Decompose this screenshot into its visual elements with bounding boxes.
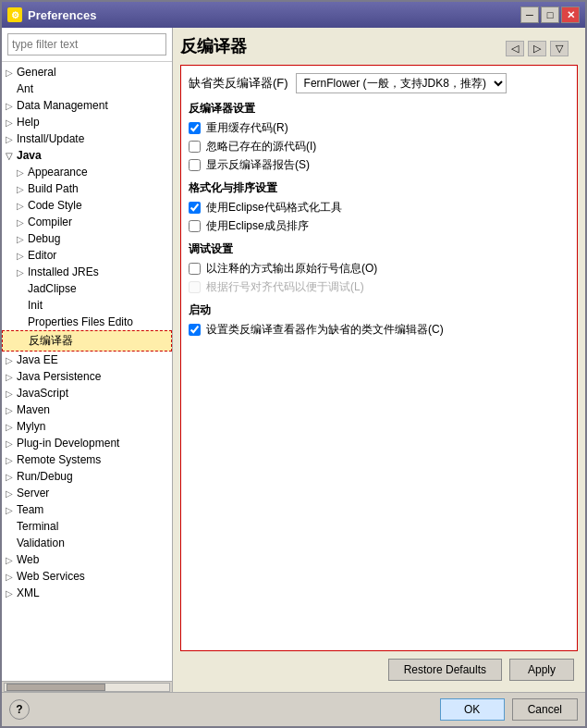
arrow-icon: ▷	[17, 217, 28, 228]
checkbox-line-info[interactable]	[189, 263, 201, 275]
checkbox-ignore-source[interactable]	[189, 141, 201, 153]
tree-item-xml[interactable]: ▷ XML	[2, 585, 172, 601]
tree-item-debug[interactable]: ▷ Debug	[2, 230, 172, 247]
tree-item-compiler[interactable]: ▷ Compiler	[2, 214, 172, 230]
tree-item-jadclipse[interactable]: JadClipse	[2, 280, 172, 297]
tree-label: Init	[28, 299, 43, 312]
checkbox-row-show-report: 显示反编译器报告(S)	[189, 157, 569, 173]
help-button[interactable]: ?	[9, 699, 30, 720]
right-panel: 反编译器 ◁ ▷ ▽ 缺省类反编译器(F) FernFlower (一般，支持J…	[173, 28, 585, 692]
tree-label: Terminal	[17, 520, 58, 533]
arrow-icon: ▷	[6, 455, 17, 465]
apply-button[interactable]: Apply	[509, 659, 574, 681]
tree-item-build-path[interactable]: ▷ Build Path	[2, 180, 172, 197]
arrow-icon: ▷	[6, 355, 17, 365]
ok-cancel-buttons: OK Cancel	[440, 698, 578, 721]
tree-item-data-management[interactable]: ▷ Data Management	[2, 97, 172, 114]
filter-input[interactable]	[7, 33, 166, 56]
checkbox-set-default-editor[interactable]	[189, 324, 201, 336]
arrow-icon: ▷	[6, 117, 17, 128]
tree-item-properties[interactable]: Properties Files Edito	[2, 314, 172, 330]
arrow-icon: ▷	[6, 588, 17, 598]
tree-item-maven[interactable]: ▷ Maven	[2, 401, 172, 418]
arrow-icon: ▽	[6, 151, 17, 161]
tree-label: Installed JREs	[28, 265, 99, 278]
tree-label: Data Management	[17, 99, 108, 112]
arrow-icon: ▷	[17, 167, 28, 178]
restore-defaults-button[interactable]: Restore Defaults	[388, 659, 502, 681]
tree-item-javascript[interactable]: ▷ JavaScript	[2, 385, 172, 401]
tree-label: Team	[17, 503, 43, 516]
tree-label: Mylyn	[17, 420, 45, 433]
checkbox-show-report[interactable]	[189, 159, 201, 171]
tree-item-install-update[interactable]: ▷ Install/Update	[2, 130, 172, 147]
tree-item-run-debug[interactable]: ▷ Run/Debug	[2, 468, 172, 485]
tree-item-code-style[interactable]: ▷ Code Style	[2, 197, 172, 214]
tree-item-java[interactable]: ▽ Java	[2, 147, 172, 164]
dialog-footer: ? OK Cancel	[2, 692, 585, 726]
checkbox-row-align-code: 根据行号对齐代码以便于调试(L)	[189, 279, 569, 295]
forward-button[interactable]: ▷	[528, 41, 546, 56]
checkbox-eclipse-format[interactable]	[189, 202, 201, 214]
tree-item-ant[interactable]: Ant	[2, 80, 172, 97]
dropdown-button[interactable]: ▽	[550, 41, 569, 56]
tree-item-mylyn[interactable]: ▷ Mylyn	[2, 418, 172, 435]
tree-label: Help	[17, 116, 40, 129]
tree-label: Java Persistence	[17, 370, 101, 383]
tree-item-java-persistence[interactable]: ▷ Java Persistence	[2, 368, 172, 385]
tree-item-help[interactable]: ▷ Help	[2, 114, 172, 130]
scrollbar-track[interactable]	[4, 683, 170, 692]
checkbox-eclipse-sort[interactable]	[189, 220, 201, 232]
close-button[interactable]: ✕	[561, 6, 580, 23]
tree-item-web[interactable]: ▷ Web	[2, 551, 172, 568]
scrollbar-thumb[interactable]	[6, 684, 105, 691]
checkbox-cache[interactable]	[189, 122, 201, 134]
arrow-icon: ▷	[6, 488, 17, 499]
tree-item-web-services[interactable]: ▷ Web Services	[2, 568, 172, 585]
ok-button[interactable]: OK	[440, 698, 505, 721]
section-decompiler-settings: 反编译器设置	[189, 101, 569, 117]
checkbox-label-align-code: 根据行号对齐代码以便于调试(L)	[206, 279, 364, 295]
checkbox-align-code[interactable]	[189, 281, 201, 293]
arrow-icon: ▷	[17, 184, 28, 194]
tree-item-server[interactable]: ▷ Server	[2, 485, 172, 501]
tree-item-validation[interactable]: Validation	[2, 535, 172, 551]
tree-item-java-ee[interactable]: ▷ Java EE	[2, 352, 172, 368]
tree-item-plugin-dev[interactable]: ▷ Plug-in Development	[2, 435, 172, 451]
arrow-icon: ▷	[6, 134, 17, 144]
tree-item-installed-jres[interactable]: ▷ Installed JREs	[2, 264, 172, 280]
title-bar-buttons: ─ □ ✕	[520, 6, 580, 23]
decompiler-select[interactable]: FernFlower (一般，支持JDK8，推荐)	[296, 73, 507, 93]
checkbox-row-cache: 重用缓存代码(R)	[189, 120, 569, 136]
tree-label: Validation	[17, 537, 65, 549]
arrow-icon: ▷	[6, 389, 17, 399]
arrow-icon: ▷	[17, 201, 28, 211]
tree-item-decompiler[interactable]: 反编译器	[2, 330, 172, 352]
horizontal-scrollbar[interactable]	[2, 681, 172, 692]
section-startup: 启动	[189, 302, 569, 318]
minimize-button[interactable]: ─	[520, 6, 539, 23]
arrow-icon: ▷	[6, 405, 17, 415]
tree-item-general[interactable]: ▷ General	[2, 64, 172, 80]
tree-item-appearance[interactable]: ▷ Appearance	[2, 164, 172, 180]
tree-item-editor[interactable]: ▷ Editor	[2, 247, 172, 264]
tree-label: Build Path	[28, 182, 79, 195]
title-bar: ⚙ Preferences ─ □ ✕	[2, 2, 585, 28]
tree-item-remote-systems[interactable]: ▷ Remote Systems	[2, 451, 172, 468]
back-button[interactable]: ◁	[506, 41, 524, 56]
checkbox-row-eclipse-sort: 使用Eclipse成员排序	[189, 218, 569, 234]
tree-item-terminal[interactable]: Terminal	[2, 518, 172, 535]
checkbox-label-cache: 重用缓存代码(R)	[206, 120, 288, 136]
window-icon: ⚙	[7, 7, 22, 22]
section-debug-settings: 调试设置	[189, 241, 569, 257]
maximize-button[interactable]: □	[541, 6, 559, 23]
arrow-icon: ▷	[17, 251, 28, 261]
arrow-icon: ▷	[6, 555, 17, 565]
tree-label: Compiler	[28, 216, 72, 228]
tree-label: Plug-in Development	[17, 437, 119, 450]
preferences-window: ⚙ Preferences ─ □ ✕ ▷ General	[0, 0, 587, 728]
cancel-button[interactable]: Cancel	[512, 698, 578, 721]
tree-item-init[interactable]: Init ↓	[2, 297, 172, 314]
content-area: ▷ General Ant ▷ Data Management ▷ Help	[2, 28, 585, 692]
tree-item-team[interactable]: ▷ Team	[2, 501, 172, 518]
